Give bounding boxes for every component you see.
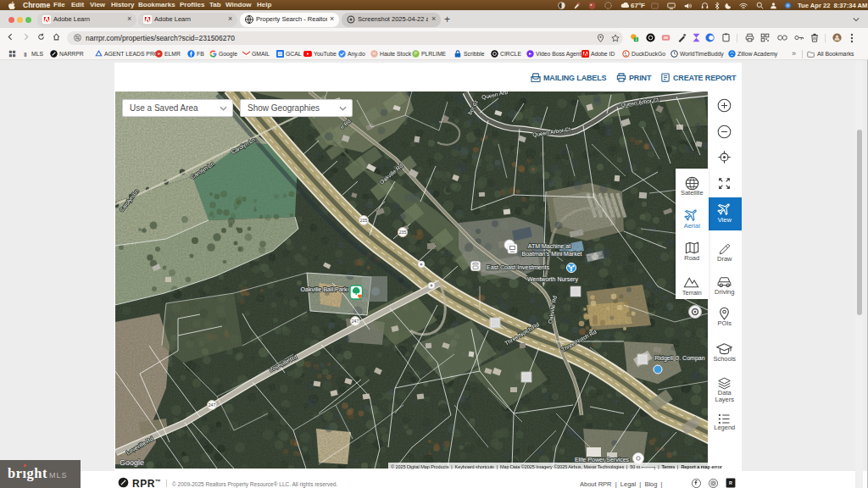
svg-text:e: e xyxy=(158,51,160,56)
svg-text:Google: Google xyxy=(120,458,144,467)
svg-text:247: 247 xyxy=(352,319,359,324)
svg-text:22: 22 xyxy=(278,52,282,56)
svg-text:Wentworth Nursery: Wentworth Nursery xyxy=(527,276,578,283)
svg-text:R: R xyxy=(729,480,732,485)
svg-text:P: P xyxy=(415,51,418,56)
svg-text:ATM Machine at: ATM Machine at xyxy=(528,243,570,249)
svg-text:1: 1 xyxy=(635,37,637,42)
svg-text:H: H xyxy=(373,51,376,56)
svg-text:247: 247 xyxy=(209,402,216,408)
svg-text:235: 235 xyxy=(360,218,368,223)
svg-text:East Coast Investments: East Coast Investments xyxy=(487,264,549,270)
svg-text:Oakville Ball Park: Oakville Ball Park xyxy=(301,286,348,292)
svg-text:235: 235 xyxy=(399,230,407,235)
svg-text:Ridgell O. Compan: Ridgell O. Compan xyxy=(654,355,704,362)
svg-text:Boatman's Mini Market: Boatman's Mini Market xyxy=(522,251,582,257)
